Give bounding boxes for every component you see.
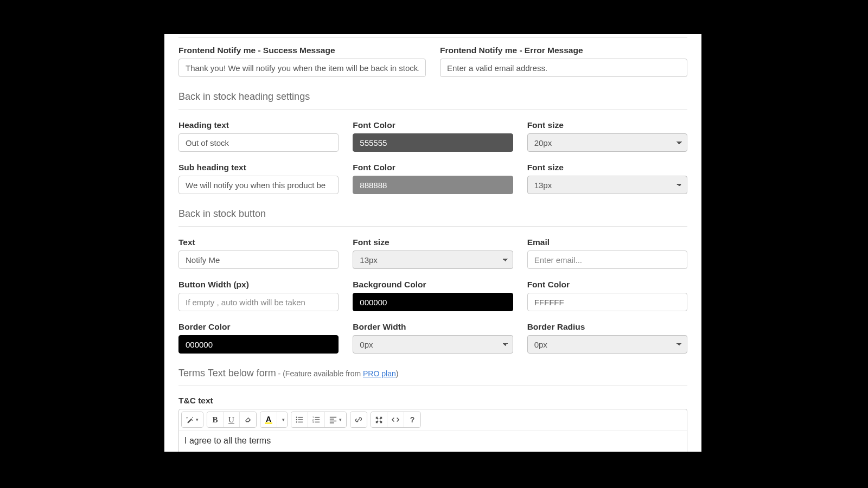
svg-rect-3 xyxy=(298,419,303,420)
tc-text-label: T&C text xyxy=(178,396,213,405)
svg-rect-14 xyxy=(330,421,336,421)
pro-plan-link[interactable]: PRO plan xyxy=(363,369,396,378)
border-color-label: Border Color xyxy=(178,322,339,332)
button-row-1: Text Font size 13px Email xyxy=(178,237,687,269)
button-font-size-select[interactable]: 13px xyxy=(353,251,513,269)
subheading-font-size-label: Font size xyxy=(527,163,687,172)
link-icon xyxy=(355,416,362,423)
success-msg-label: Frontend Notify me - Success Message xyxy=(178,46,426,55)
text-color-button[interactable]: A xyxy=(260,412,277,427)
svg-rect-7 xyxy=(315,417,320,418)
button-font-color-input[interactable] xyxy=(527,293,687,311)
terms-dash: - xyxy=(276,369,283,378)
settings-panel: Frontend Notify me - Success Message Fro… xyxy=(164,34,701,452)
svg-rect-15 xyxy=(330,422,334,423)
email-input[interactable] xyxy=(527,251,687,269)
subheading-text-input[interactable] xyxy=(178,176,339,194)
bg-color-input[interactable] xyxy=(353,293,513,311)
border-radius-label: Border Radius xyxy=(527,322,687,332)
border-width-label: Border Width xyxy=(353,322,513,332)
magic-wand-icon xyxy=(186,416,194,423)
help-button[interactable]: ? xyxy=(404,412,420,427)
list-ul-icon xyxy=(296,416,303,423)
align-left-icon xyxy=(329,416,337,423)
heading-row-2: Sub heading text Font Color Font size 13… xyxy=(178,163,687,194)
border-width-select[interactable]: 0px xyxy=(353,335,513,354)
heading-text-label: Heading text xyxy=(178,120,339,130)
svg-point-2 xyxy=(296,419,297,420)
svg-rect-13 xyxy=(330,419,334,419)
error-msg-input[interactable] xyxy=(440,59,687,77)
caret-down-icon: ▾ xyxy=(282,417,285,422)
svg-text:3: 3 xyxy=(312,421,314,423)
border-color-input[interactable] xyxy=(178,335,339,354)
svg-rect-11 xyxy=(315,422,320,422)
svg-point-0 xyxy=(296,416,297,418)
email-label: Email xyxy=(527,237,687,247)
subheading-font-size-select[interactable]: 13px xyxy=(527,176,687,194)
heading-font-color-label: Font Color xyxy=(353,120,513,130)
button-row-2: Button Width (px) Background Color Font … xyxy=(178,280,687,311)
heading-font-size-label: Font size xyxy=(527,120,687,130)
caret-down-icon: ▾ xyxy=(196,417,199,422)
button-width-label: Button Width (px) xyxy=(178,280,339,290)
terms-note-text: Feature available from xyxy=(285,369,363,378)
clear-format-button[interactable] xyxy=(240,412,256,427)
rich-text-editor: ▾ B U A ▾ xyxy=(178,409,687,452)
terms-section-title: Terms Text below form - (Feature availab… xyxy=(178,368,687,379)
svg-point-4 xyxy=(296,421,297,422)
button-width-input[interactable] xyxy=(178,293,339,311)
list-ol-icon: 123 xyxy=(312,416,320,423)
success-msg-input[interactable] xyxy=(178,59,426,77)
editor-content[interactable]: I agree to all the terms xyxy=(179,431,687,452)
ordered-list-button[interactable]: 123 xyxy=(308,412,325,427)
heading-font-size-select[interactable]: 20px xyxy=(527,133,687,152)
code-view-button[interactable] xyxy=(387,412,404,427)
unordered-list-button[interactable] xyxy=(291,412,308,427)
heading-section-title: Back in stock heading settings xyxy=(178,91,687,102)
paragraph-align-button[interactable]: ▾ xyxy=(325,412,346,427)
button-row-3: Border Color Border Width 0px Border Rad… xyxy=(178,322,687,354)
subheading-font-color-input[interactable] xyxy=(353,176,513,194)
heading-font-color-input[interactable] xyxy=(353,133,513,152)
button-text-input[interactable] xyxy=(178,251,339,269)
eraser-icon xyxy=(245,416,252,423)
svg-rect-12 xyxy=(330,417,336,418)
button-font-size-label: Font size xyxy=(353,237,513,247)
border-radius-select[interactable]: 0px xyxy=(527,335,687,354)
terms-note-close: ) xyxy=(396,369,399,378)
divider xyxy=(178,386,687,386)
fullscreen-icon xyxy=(375,416,382,423)
link-button[interactable] xyxy=(350,412,367,427)
svg-rect-1 xyxy=(298,417,303,418)
heading-row-1: Heading text Font Color Font size 20px xyxy=(178,120,687,152)
fullscreen-button[interactable] xyxy=(371,412,387,427)
bold-button[interactable]: B xyxy=(207,412,224,427)
terms-title-text: Terms Text below form xyxy=(178,368,276,378)
help-icon: ? xyxy=(410,415,415,424)
button-section-title: Back in stock button xyxy=(178,208,687,220)
caret-down-icon: ▾ xyxy=(339,417,342,422)
magic-style-button[interactable]: ▾ xyxy=(182,412,203,427)
underline-button[interactable]: U xyxy=(224,412,240,427)
button-font-color-label: Font Color xyxy=(527,280,687,290)
heading-text-input[interactable] xyxy=(178,133,339,152)
subheading-font-color-label: Font Color xyxy=(353,163,513,172)
subheading-text-label: Sub heading text xyxy=(178,163,339,172)
editor-toolbar: ▾ B U A ▾ xyxy=(179,409,687,431)
button-text-label: Text xyxy=(178,237,339,247)
svg-rect-9 xyxy=(315,419,320,420)
bg-color-label: Background Color xyxy=(353,280,513,290)
divider xyxy=(178,226,687,227)
error-msg-label: Frontend Notify me - Error Message xyxy=(440,46,687,55)
divider xyxy=(178,109,687,110)
text-color-caret-button[interactable]: ▾ xyxy=(277,412,287,427)
code-icon xyxy=(392,416,399,423)
svg-rect-5 xyxy=(298,422,303,422)
notify-row: Frontend Notify me - Success Message Fro… xyxy=(178,46,687,77)
